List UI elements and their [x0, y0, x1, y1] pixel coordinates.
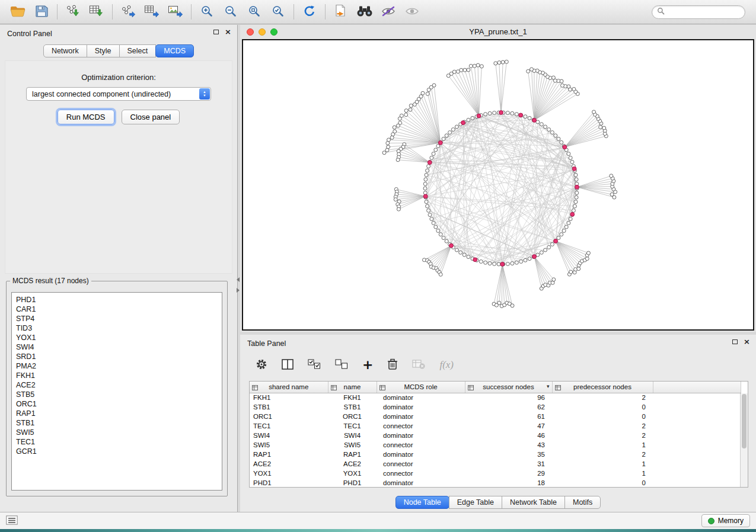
- zoom-out-button[interactable]: [219, 2, 243, 21]
- open-session-button[interactable]: [6, 2, 30, 21]
- close-window-button[interactable]: [247, 28, 254, 36]
- mcds-result-item[interactable]: CAR1: [16, 305, 218, 314]
- table-row[interactable]: FKH1FKH1dominator962: [250, 393, 741, 402]
- tab-network-table[interactable]: Network Table: [502, 496, 565, 509]
- function-builder-button[interactable]: f(x): [439, 356, 454, 374]
- table-panel: Table Panel × + f(x) shared namenameMCDS…: [240, 335, 756, 512]
- chevron-down-icon[interactable]: ▾: [547, 383, 550, 389]
- table-options-button[interactable]: [256, 356, 267, 374]
- optimization-criterion-label: Optimization criterion:: [5, 73, 232, 82]
- mcds-result-list[interactable]: PHD1CAR1STP4TID3YOX1SWI4SRD1PMA2FKH1ACE2…: [11, 292, 222, 491]
- zoom-selected-button[interactable]: [266, 2, 290, 21]
- mcds-result-item[interactable]: SWI5: [16, 428, 218, 437]
- mcds-result-item[interactable]: FKH1: [16, 371, 218, 380]
- mcds-result-item[interactable]: SRD1: [16, 352, 218, 361]
- search-field[interactable]: [652, 5, 745, 19]
- float-panel-icon[interactable]: [213, 30, 219, 34]
- mcds-result-item[interactable]: PHD1: [16, 295, 218, 305]
- scrollbar-thumb[interactable]: [742, 394, 747, 448]
- mcds-result-item[interactable]: RAP1: [16, 409, 218, 418]
- table-row[interactable]: ORC1ORC1dominator610: [250, 412, 741, 421]
- collapse-right-icon: [237, 288, 240, 293]
- toolbar-separator: [325, 4, 326, 20]
- search-input[interactable]: [668, 8, 756, 16]
- export-network-button[interactable]: [116, 2, 140, 21]
- column-header-successor-nodes[interactable]: successor nodes▾: [465, 382, 552, 393]
- export-table-button[interactable]: [140, 2, 164, 21]
- mcds-result-item[interactable]: TEC1: [16, 437, 218, 447]
- cell-predecessors: 2: [552, 393, 653, 402]
- cell-name: RAP1: [328, 450, 377, 459]
- trash-icon: [387, 358, 398, 372]
- import-network-button[interactable]: [61, 2, 85, 21]
- panel-splitter[interactable]: [236, 277, 240, 293]
- mcds-result-item[interactable]: ACE2: [16, 380, 218, 390]
- create-column-button[interactable]: +: [362, 356, 373, 374]
- list-icon: [6, 515, 18, 527]
- column-header-predecessor-nodes[interactable]: predecessor nodes: [552, 382, 653, 393]
- network-canvas[interactable]: [242, 39, 754, 331]
- deselect-all-button[interactable]: [335, 356, 348, 374]
- show-column-button[interactable]: [282, 356, 294, 374]
- first-neighbors-button[interactable]: [353, 2, 377, 21]
- mcds-result-item[interactable]: STP4: [16, 314, 218, 323]
- tab-edge-table[interactable]: Edge Table: [449, 496, 502, 509]
- memory-button[interactable]: Memory: [701, 514, 750, 527]
- import-table-button[interactable]: [85, 2, 109, 21]
- control-panel-title: Control Panel: [7, 30, 52, 38]
- mcds-result-item[interactable]: TID3: [16, 323, 218, 333]
- tab-motifs[interactable]: Motifs: [564, 496, 601, 509]
- table-row[interactable]: SWI5SWI5connector431: [250, 440, 741, 450]
- mcds-result-item[interactable]: GCR1: [16, 447, 218, 456]
- cell-role: dominator: [377, 478, 465, 488]
- show-details-button[interactable]: [400, 2, 424, 21]
- cell-shared_name: ORC1: [250, 412, 328, 421]
- column-label: predecessor nodes: [573, 383, 631, 390]
- export-image-button[interactable]: [164, 2, 187, 21]
- column-header-MCDS-role[interactable]: MCDS role: [377, 382, 465, 393]
- zoom-in-button[interactable]: [195, 2, 219, 21]
- share-document-button[interactable]: [329, 2, 353, 21]
- tab-style[interactable]: Style: [87, 44, 120, 57]
- hide-details-button[interactable]: [377, 2, 400, 21]
- task-history-button[interactable]: [6, 512, 18, 530]
- minimize-window-button[interactable]: [259, 28, 266, 36]
- table-row[interactable]: YOX1YOX1connector291: [250, 469, 741, 478]
- table-panel-header: Table Panel ×: [240, 335, 756, 352]
- table-row[interactable]: TEC1TEC1connector472: [250, 421, 741, 431]
- column-header-name[interactable]: name: [328, 382, 377, 393]
- refresh-button[interactable]: [298, 2, 321, 21]
- close-panel-button[interactable]: Close panel: [122, 110, 180, 124]
- tab-select[interactable]: Select: [119, 44, 157, 57]
- mcds-result-item[interactable]: SWI4: [16, 342, 218, 352]
- mcds-result-item[interactable]: PMA2: [16, 361, 218, 371]
- tab-network[interactable]: Network: [43, 44, 87, 57]
- mcds-result-item[interactable]: STB1: [16, 418, 218, 428]
- criterion-select[interactable]: largest connected component (undirected)…: [26, 87, 211, 101]
- close-panel-icon[interactable]: ×: [744, 339, 750, 345]
- delete-column-button[interactable]: [387, 356, 398, 374]
- table-row[interactable]: RAP1RAP1dominator352: [250, 450, 741, 459]
- mcds-result-item[interactable]: STB5: [16, 390, 218, 399]
- table-row[interactable]: ACE2ACE2connector311: [250, 459, 741, 469]
- zoom-fit-button[interactable]: [243, 2, 266, 21]
- mcds-result-item[interactable]: ORC1: [16, 399, 218, 409]
- cell-predecessors: 0: [552, 402, 653, 412]
- save-session-button[interactable]: [30, 2, 53, 21]
- maximize-window-button[interactable]: [270, 28, 277, 36]
- table-row[interactable]: STB1STB1dominator620: [250, 402, 741, 412]
- eye-slash-icon: [381, 5, 396, 19]
- table-row[interactable]: SWI4SWI4dominator462: [250, 431, 741, 440]
- mcds-result-item[interactable]: YOX1: [16, 333, 218, 342]
- close-panel-icon[interactable]: ×: [225, 29, 231, 35]
- table-panel-title: Table Panel: [247, 339, 286, 348]
- table-scrollbar[interactable]: [740, 393, 748, 487]
- tab-node-table[interactable]: Node Table: [395, 496, 449, 509]
- run-mcds-button[interactable]: Run MCDS: [58, 110, 114, 124]
- tab-mcds[interactable]: MCDS: [155, 44, 194, 57]
- delete-table-button[interactable]: [412, 356, 425, 374]
- float-panel-icon[interactable]: [732, 339, 738, 344]
- column-header-shared-name[interactable]: shared name: [250, 382, 328, 393]
- select-all-button[interactable]: [308, 356, 321, 374]
- table-row[interactable]: PHD1PHD1dominator180: [250, 478, 741, 488]
